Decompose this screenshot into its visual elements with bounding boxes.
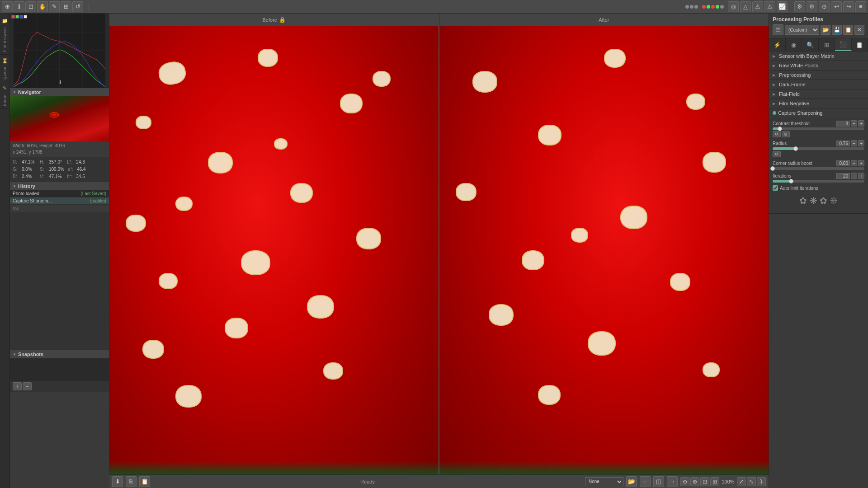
auto-limit-row: Auto limit iterations: [773, 185, 864, 191]
tab-transform[interactable]: ⊞: [819, 38, 835, 51]
history-item-1[interactable]: Capture Sharpeni... Enabled: [10, 197, 109, 205]
g-chip[interactable]: [15, 15, 19, 19]
tab-detail[interactable]: 🔍: [802, 38, 819, 51]
copy-icon[interactable]: ⎘: [126, 476, 137, 487]
remove-snapshot-button[interactable]: −: [23, 382, 32, 390]
rotate-tool[interactable]: ↺: [72, 1, 83, 12]
zoom-tool[interactable]: ⊕: [2, 1, 13, 12]
contrast-threshold-value[interactable]: 8: [836, 121, 850, 127]
zoom-in-button[interactable]: ⊕: [690, 477, 699, 486]
profile-reset-btn[interactable]: ✕: [854, 25, 864, 35]
export-icon[interactable]: ⬇: [112, 476, 123, 487]
profile-save-btn[interactable]: 💾: [832, 25, 842, 35]
iterations-track[interactable]: [773, 180, 864, 183]
prev-icon[interactable]: ←: [640, 476, 651, 487]
open-folder-icon[interactable]: 📂: [626, 476, 637, 487]
crop-tool[interactable]: ⊡: [25, 1, 36, 12]
flat-field-header[interactable]: ▶ Flat-Field: [769, 89, 868, 99]
tool-extra-1[interactable]: ◎: [728, 1, 739, 12]
contrast-threshold-inc[interactable]: +: [858, 120, 864, 127]
radius-track[interactable]: [773, 147, 864, 150]
compare-icon[interactable]: ◫: [653, 476, 664, 487]
iterations-inc[interactable]: +: [858, 173, 864, 179]
tool-extra-3[interactable]: ⚠: [752, 1, 763, 12]
tool-extra-7[interactable]: ⚙: [807, 1, 817, 12]
seed-a13: [703, 152, 726, 173]
tab-raw[interactable]: ⬛: [835, 38, 852, 51]
next-icon[interactable]: →: [667, 476, 678, 487]
contrast-threshold-reset-val[interactable]: ⊙: [782, 131, 790, 137]
transform-tool[interactable]: ⊞: [61, 1, 71, 12]
contrast-threshold-dec[interactable]: −: [851, 120, 857, 127]
profile-select[interactable]: (Custom) Default: [785, 25, 819, 35]
queue-icon[interactable]: ⏳: [0, 56, 9, 65]
zoom-maximize[interactable]: ⤵: [757, 477, 766, 486]
tab-color[interactable]: ◉: [786, 38, 802, 51]
viewport-after[interactable]: [439, 26, 769, 474]
navigator-thumbnail[interactable]: [10, 96, 109, 141]
seed-13: [225, 318, 248, 338]
raw-white-points-header[interactable]: ▶ Raw White Points: [769, 61, 868, 70]
radius-dec[interactable]: −: [851, 140, 857, 146]
before-lock-icon[interactable]: 🔒: [279, 17, 286, 23]
navigator-header[interactable]: ▼ Navigator: [10, 88, 109, 96]
corner-radius-thumb[interactable]: [770, 166, 775, 171]
file-browser-icon[interactable]: 📁: [0, 16, 9, 25]
tool-extra-11[interactable]: ≡: [855, 1, 866, 12]
history-header[interactable]: ▼ History: [10, 182, 109, 190]
r-chip[interactable]: [11, 15, 15, 19]
radius-reset-curve[interactable]: ↺: [773, 151, 781, 157]
tool-extra-8[interactable]: ⊙: [819, 1, 830, 12]
editor-icon[interactable]: ✎: [0, 84, 9, 93]
add-snapshot-button[interactable]: +: [13, 382, 22, 390]
tool-extra-6[interactable]: ⚙: [794, 1, 805, 12]
paste-icon[interactable]: 📋: [139, 476, 150, 487]
profile-load-btn[interactable]: 📂: [821, 25, 830, 35]
film-negative-header[interactable]: ▶ Film Negative: [769, 99, 868, 108]
tool-extra-2[interactable]: △: [740, 1, 751, 12]
tool-extra-9[interactable]: ↩: [831, 1, 842, 12]
contrast-threshold-reset-curve[interactable]: ↺: [773, 131, 781, 137]
profile-paste-btn[interactable]: 📋: [843, 25, 853, 35]
snapshots-header[interactable]: ▼ Snapshots: [10, 350, 109, 358]
viewport-before[interactable]: [109, 26, 439, 474]
corner-radius-value[interactable]: 0.00: [836, 160, 850, 166]
radius-thumb[interactable]: [793, 146, 798, 151]
radius-value[interactable]: 0.76: [836, 141, 850, 146]
corner-radius-track[interactable]: [773, 167, 864, 170]
picker-tool[interactable]: ✎: [49, 1, 60, 12]
dark-frame-header[interactable]: ▶ Dark-Frame: [769, 80, 868, 89]
profile-layout-btn[interactable]: ☰: [773, 24, 783, 35]
before-label-area: Before 🔒: [109, 17, 439, 23]
iterations-thumb[interactable]: [789, 179, 793, 183]
info-tool[interactable]: ℹ: [14, 1, 24, 12]
contrast-threshold-track[interactable]: [773, 127, 864, 130]
l-chip[interactable]: [24, 15, 27, 19]
preprocessing-header[interactable]: ▶ Preprocessing: [769, 70, 868, 80]
zoom-fit-window[interactable]: ⤢: [737, 477, 746, 486]
tool-extra-5[interactable]: 📈: [777, 1, 788, 12]
auto-limit-checkbox[interactable]: [773, 185, 778, 191]
iterations-dec[interactable]: −: [851, 173, 857, 179]
tab-metadata[interactable]: 📋: [852, 38, 868, 51]
transform-select[interactable]: None Rotate CW Rotate CCW: [585, 477, 623, 486]
iterations-value[interactable]: 20: [836, 173, 850, 179]
sensor-bayer-header[interactable]: ▶ Sensor with Bayer Matrix: [769, 52, 868, 61]
film-negative-title: Film Negative: [779, 101, 864, 106]
corner-radius-dec[interactable]: −: [851, 160, 857, 166]
corner-radius-inc[interactable]: +: [858, 160, 864, 166]
tab-exposure[interactable]: ⚡: [769, 38, 786, 51]
before-label: Before: [263, 17, 277, 23]
b-chip[interactable]: [19, 15, 23, 19]
zoom-fill-button[interactable]: ⊞: [710, 477, 719, 486]
radius-inc[interactable]: +: [858, 140, 864, 146]
capture-sharpening-header[interactable]: Capture Sharpening: [769, 108, 868, 117]
zoom-out-button[interactable]: ⊖: [680, 477, 689, 486]
history-item-0[interactable]: Photo loaded (Last Saved): [10, 190, 109, 197]
zoom-full[interactable]: ⤡: [747, 477, 756, 486]
tool-extra-4[interactable]: ⚠: [764, 1, 775, 12]
tool-extra-10[interactable]: ↪: [843, 1, 854, 12]
pan-tool[interactable]: ✋: [37, 1, 48, 12]
contrast-threshold-thumb[interactable]: [778, 127, 782, 131]
zoom-fit-button[interactable]: ⊡: [700, 477, 709, 486]
